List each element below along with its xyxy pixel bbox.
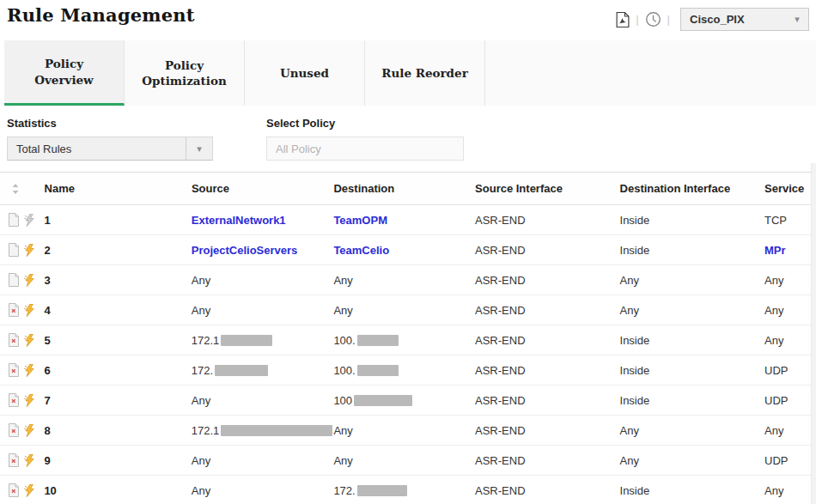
service-link[interactable]: MPr	[764, 244, 786, 257]
destination_interface-value: Any	[620, 424, 639, 437]
page-title: Rule Management	[7, 4, 195, 26]
column-header-service[interactable]: Service	[764, 182, 816, 195]
document-deny-icon[interactable]	[0, 303, 23, 317]
lightning-bolt-icon-active[interactable]	[23, 304, 44, 317]
chevron-down-icon: ▾	[786, 14, 808, 25]
redacted-value	[221, 335, 272, 346]
destination_interface-value: Inside	[620, 484, 650, 497]
service-value: TCP	[764, 214, 787, 227]
destination-value: 100.	[333, 364, 355, 377]
source_interface-value: ASR-END	[475, 364, 526, 377]
column-header-source-interface[interactable]: Source Interface	[475, 182, 619, 195]
select-policy-input[interactable]	[266, 137, 464, 161]
destination_interface-value: Inside	[620, 394, 650, 407]
destination-link[interactable]: TeamOPM	[333, 214, 387, 227]
table-row: 2ProjectCelioServersTeamCelioASR-ENDInsi…	[0, 235, 816, 265]
source_interface-value: ASR-END	[475, 424, 526, 437]
schedule-clock-icon[interactable]	[642, 11, 664, 27]
top-actions: | | Cisco_PIX ▾	[613, 8, 809, 31]
redacted-value	[354, 395, 412, 406]
service-value: Any	[764, 484, 783, 497]
destination_interface-value: Inside	[620, 244, 650, 257]
source-value: Any	[192, 394, 210, 407]
table-row: 1ExternalNetwork1TeamOPMASR-ENDInsideTCP	[0, 205, 816, 235]
tab-unused[interactable]: Unused	[245, 40, 365, 106]
destination-value: Any	[333, 304, 352, 317]
filters: Statistics Total Rules ▾ Select Policy	[0, 106, 816, 161]
pdf-export-icon[interactable]	[613, 12, 632, 27]
lightning-bolt-icon-active[interactable]	[23, 274, 44, 287]
lightning-bolt-icon-active[interactable]	[23, 394, 44, 407]
lightning-bolt-icon-active[interactable]	[23, 484, 44, 497]
document-deny-icon[interactable]	[0, 333, 23, 347]
lightning-bolt-icon-active[interactable]	[23, 424, 44, 437]
lightning-bolt-icon-active[interactable]	[23, 334, 44, 347]
select-policy-label: Select Policy	[266, 117, 464, 130]
tab-policy-overview[interactable]: Policy Overview	[4, 40, 125, 106]
column-header-source[interactable]: Source	[192, 182, 334, 195]
document-deny-icon[interactable]	[0, 453, 23, 467]
service-value: UDP	[764, 454, 788, 467]
redacted-value	[357, 485, 407, 496]
tab-policy-optimization[interactable]: Policy Optimization	[125, 40, 245, 106]
table-row: 7Any100ASR-ENDInsideUDP	[0, 386, 816, 416]
chevron-down-icon: ▾	[186, 137, 212, 160]
sort-icon[interactable]	[0, 184, 45, 194]
source_interface-value: ASR-END	[475, 394, 526, 407]
rule-number: 6	[44, 364, 50, 377]
destination_interface-value: Inside	[620, 364, 650, 377]
vertical-scrollbar[interactable]	[811, 163, 816, 504]
document-deny-icon[interactable]	[0, 483, 23, 497]
source-value: Any	[192, 484, 210, 497]
service-value: Any	[764, 274, 783, 287]
rule-number: 4	[44, 304, 50, 317]
column-header-name[interactable]: Name	[45, 182, 192, 195]
service-value: UDP	[764, 364, 788, 377]
column-header-destination[interactable]: Destination	[333, 182, 475, 195]
column-header-destination-interface[interactable]: Destination Interface	[620, 182, 764, 195]
service-value: UDP	[764, 394, 788, 407]
tab-rule-reorder[interactable]: Rule Reorder	[365, 40, 485, 106]
destination-link[interactable]: TeamCelio	[333, 244, 389, 257]
destination-value: 100.	[333, 334, 355, 347]
device-select[interactable]: Cisco_PIX ▾	[680, 8, 809, 31]
lightning-bolt-icon-active[interactable]	[23, 364, 44, 377]
destination_interface-value: Any	[620, 304, 639, 317]
document-deny-icon[interactable]	[0, 393, 23, 407]
source_interface-value: ASR-END	[475, 214, 526, 227]
redacted-value	[357, 335, 399, 346]
tab-strip: Policy OverviewPolicy OptimizationUnused…	[4, 40, 816, 106]
redacted-value	[221, 425, 332, 436]
rule-number: 1	[44, 214, 50, 227]
service-value: Any	[764, 334, 783, 347]
document-deny-icon[interactable]	[0, 363, 23, 377]
source_interface-value: ASR-END	[475, 274, 526, 287]
statistics-select[interactable]: Total Rules ▾	[7, 137, 213, 161]
destination-value: 172.	[333, 484, 355, 497]
source-link[interactable]: ProjectCelioServers	[192, 244, 298, 257]
document-deny-icon[interactable]	[0, 423, 23, 437]
source_interface-value: ASR-END	[475, 244, 526, 257]
table-row: 5172.1100.ASR-ENDInsideAny	[0, 325, 816, 355]
document-icon[interactable]	[0, 273, 23, 287]
source-link[interactable]: ExternalNetwork1	[192, 214, 286, 227]
rule-number: 2	[44, 244, 50, 257]
statistics-select-value: Total Rules	[8, 143, 186, 155]
source-value: Any	[192, 304, 210, 317]
destination_interface-value: Any	[620, 274, 639, 287]
rule-number: 5	[44, 334, 50, 347]
service-value: Any	[764, 304, 783, 317]
table-row: 4AnyAnyASR-ENDAnyAny	[0, 295, 816, 325]
document-icon[interactable]	[0, 243, 23, 257]
source_interface-value: ASR-END	[475, 484, 526, 497]
top-bar: Rule Management | | Cisco_PIX ▾	[0, 0, 816, 36]
rule-number: 7	[44, 394, 50, 407]
lightning-bolt-icon-active[interactable]	[23, 244, 44, 257]
redacted-value	[215, 365, 268, 376]
rule-number: 9	[44, 454, 50, 467]
destination_interface-value: Inside	[620, 214, 650, 227]
lightning-bolt-icon-active[interactable]	[23, 454, 44, 467]
lightning-bolt-icon-inactive[interactable]	[23, 214, 44, 227]
document-icon[interactable]	[0, 213, 23, 227]
tab-label: Policy Optimization	[135, 58, 234, 88]
